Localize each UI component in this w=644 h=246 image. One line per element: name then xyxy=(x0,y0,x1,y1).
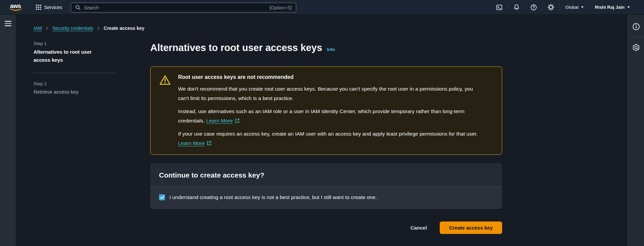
warning-paragraph-1: We don't recommend that you create root … xyxy=(178,84,482,103)
cloudshell-terminal-icon xyxy=(496,4,503,11)
page-title: Alternatives to root user access keys In… xyxy=(150,41,502,56)
step-content: Alternatives to root user access keys In… xyxy=(150,41,502,234)
learn-more-link-2[interactable]: Learn More xyxy=(178,140,212,146)
question-circle-icon xyxy=(530,4,537,11)
collapsed-side-nav xyxy=(0,15,16,246)
confirm-title: Continue to create access key? xyxy=(159,171,493,179)
create-access-key-button[interactable]: Create access key xyxy=(440,222,502,234)
bell-icon xyxy=(513,4,520,11)
search-icon xyxy=(75,5,81,10)
chevron-down-icon xyxy=(581,6,584,8)
chevron-right-icon xyxy=(97,26,100,31)
step2-title: Retrieve access key xyxy=(34,89,137,95)
services-grid-icon xyxy=(36,5,41,10)
page-body: IAM Security credentials Create access k… xyxy=(0,15,644,246)
content-row: Step 1 Alternatives to root user access … xyxy=(34,41,628,234)
breadcrumb-security-credentials-link[interactable]: Security credentials xyxy=(52,26,93,31)
region-label: Global xyxy=(565,5,578,10)
aws-logo[interactable]: aws xyxy=(9,2,23,12)
chevron-right-icon xyxy=(46,26,49,31)
nav-separator xyxy=(30,3,30,11)
search-input[interactable] xyxy=(84,5,266,10)
warning-title: Root user access keys are not recommende… xyxy=(178,74,482,80)
wizard-steps-nav: Step 1 Alternatives to root user access … xyxy=(34,41,150,234)
steps-divider xyxy=(34,73,117,73)
warning-paragraph-3: If your use case requires an access key,… xyxy=(178,129,482,148)
warning-content: Root user access keys are not recommende… xyxy=(178,74,482,148)
warning-paragraph-3-text: If your use case requires an access key,… xyxy=(178,131,478,137)
actions-bar: Cancel Create access key xyxy=(150,222,502,234)
top-navigation: aws Services [Option+S] xyxy=(0,0,644,15)
confirm-checkbox-label: I understand creating a root access key … xyxy=(169,194,377,200)
account-menu[interactable]: Rishi Raj Jain xyxy=(589,0,635,15)
confirm-container: Continue to create access key? I unde xyxy=(150,163,502,209)
confirm-check-row[interactable]: I understand creating a root access key … xyxy=(159,194,493,200)
notifications-button[interactable] xyxy=(508,0,525,15)
help-button[interactable] xyxy=(525,0,542,15)
cancel-button[interactable]: Cancel xyxy=(409,222,428,233)
region-selector[interactable]: Global xyxy=(560,0,589,15)
page-title-text: Alternatives to root user access keys xyxy=(150,41,322,54)
step1-label: Step 1 xyxy=(34,41,137,46)
warning-paragraph-2: Instead, use alternatives such as an IAM… xyxy=(178,107,482,125)
breadcrumb-iam-link[interactable]: IAM xyxy=(34,26,42,31)
learn-more-link-1[interactable]: Learn More xyxy=(206,118,240,124)
info-link[interactable]: Info xyxy=(327,43,335,56)
gear-icon xyxy=(547,4,554,11)
warning-alert: Root user access keys are not recommende… xyxy=(150,66,502,155)
confirm-header: Continue to create access key? xyxy=(150,163,502,187)
root-key-confirm-checkbox[interactable] xyxy=(159,194,165,200)
hamburger-icon xyxy=(5,21,11,22)
settings-button[interactable] xyxy=(542,0,559,15)
hexagon-panel-icon xyxy=(632,44,640,51)
cloudshell-button[interactable] xyxy=(491,0,508,15)
nav-left-group: aws Services xyxy=(9,0,62,15)
breadcrumb-current-page: Create access key xyxy=(104,26,144,31)
search-box[interactable]: [Option+S] xyxy=(71,3,296,12)
confirm-body: I understand creating a root access key … xyxy=(150,187,502,209)
open-menu-button[interactable] xyxy=(3,19,13,28)
search-shortcut-hint: [Option+S] xyxy=(269,5,292,10)
services-label: Services xyxy=(44,5,62,10)
learn-more-label: Learn More xyxy=(178,140,205,146)
account-name-label: Rishi Raj Jain xyxy=(595,5,625,10)
info-panel-button[interactable] xyxy=(630,21,642,33)
services-menu-button[interactable]: Services xyxy=(36,0,62,15)
external-link-icon xyxy=(207,141,212,146)
right-tools-rail xyxy=(628,15,644,246)
step2-label: Step 2 xyxy=(34,81,137,86)
external-link-icon xyxy=(235,118,240,123)
main-area: IAM Security credentials Create access k… xyxy=(16,15,628,246)
rail-separator xyxy=(628,37,644,37)
hexagon-panel-button[interactable] xyxy=(630,42,642,53)
warning-paragraph-1-text: We don't recommend that you create root … xyxy=(178,86,473,101)
nav-right-group: Global Rishi Raj Jain xyxy=(491,0,635,15)
learn-more-label: Learn More xyxy=(206,118,233,124)
warning-triangle-icon xyxy=(159,74,171,148)
checkmark-icon xyxy=(160,195,164,199)
chevron-down-icon xyxy=(627,6,630,8)
breadcrumb: IAM Security credentials Create access k… xyxy=(34,26,628,31)
step1-title: Alternatives to root user access keys xyxy=(34,48,103,64)
aws-smile-swoosh xyxy=(9,8,22,11)
aws-console-window: aws Services [Option+S] xyxy=(0,0,644,246)
info-circle-icon xyxy=(632,23,640,31)
